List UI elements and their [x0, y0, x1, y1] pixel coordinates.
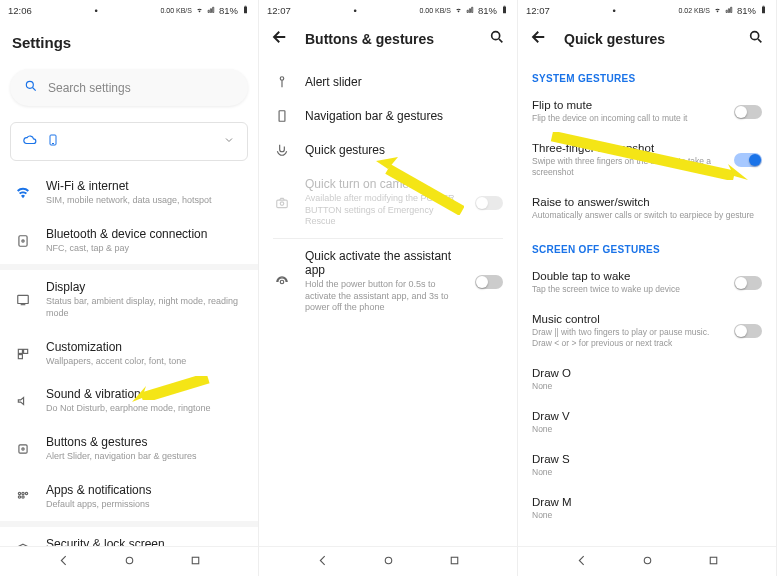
- svg-point-16: [25, 492, 27, 494]
- row-wifi-internet[interactable]: Wi-Fi & internetSIM, mobile network, dat…: [0, 169, 258, 217]
- home-nav-icon[interactable]: [641, 554, 654, 570]
- svg-point-15: [22, 492, 24, 494]
- battery-icon: [241, 5, 250, 16]
- row-title: Music control: [532, 313, 720, 325]
- svg-rect-10: [24, 349, 28, 353]
- bluetooth-icon: [14, 234, 32, 248]
- back-icon[interactable]: [271, 28, 289, 49]
- signal-icon: [725, 5, 734, 16]
- row-sound[interactable]: Sound & vibrationDo Not Disturb, earphon…: [0, 377, 258, 425]
- recent-nav-icon[interactable]: [189, 554, 202, 570]
- battery-pct: 81%: [737, 5, 756, 16]
- row-double-tap-wake[interactable]: Double tap to wakeTap the screen twice t…: [518, 261, 776, 304]
- toggle-double-tap[interactable]: [734, 276, 762, 290]
- header: Buttons & gestures: [259, 20, 517, 59]
- svg-rect-5: [19, 235, 27, 246]
- battery-icon: [500, 5, 509, 16]
- svg-point-24: [492, 32, 500, 40]
- row-assistant[interactable]: Quick activate the assistant appHold the…: [259, 239, 517, 324]
- row-title: Draw O: [532, 367, 762, 379]
- search-settings[interactable]: Search settings: [10, 69, 248, 106]
- apps-icon: [14, 490, 32, 504]
- recent-nav-icon[interactable]: [448, 554, 461, 570]
- svg-rect-37: [710, 557, 717, 564]
- back-nav-icon[interactable]: [575, 554, 588, 570]
- svg-rect-23: [504, 5, 506, 6]
- row-display[interactable]: DisplayStatus bar, ambient display, nigh…: [0, 270, 258, 329]
- row-title: Double tap to wake: [532, 270, 720, 282]
- row-quick-gestures[interactable]: Quick gestures: [259, 133, 517, 167]
- wifi-icon: [713, 5, 722, 16]
- row-sub: Default apps, permissions: [46, 499, 244, 511]
- toggle-music[interactable]: [734, 324, 762, 338]
- page-title: Buttons & gestures: [305, 31, 473, 47]
- quick-gestures-pane: 12:07 • 0.02 KB/S 81% Quick gestures SYS…: [518, 0, 777, 576]
- row-sub: Draw || with two fingers to play or paus…: [532, 327, 720, 349]
- notification-dot-icon: •: [612, 5, 615, 16]
- wifi-icon: [14, 185, 32, 201]
- bg-list: Alert slider Navigation bar & gestures Q…: [259, 59, 517, 546]
- row-flip-mute[interactable]: Flip to muteFlip the device on incoming …: [518, 90, 776, 133]
- row-draw-m[interactable]: Draw MNone: [518, 487, 776, 530]
- search-icon[interactable]: [748, 29, 764, 48]
- status-time: 12:07: [267, 5, 291, 16]
- device-chip[interactable]: [10, 122, 248, 161]
- row-three-finger-screenshot[interactable]: Three-finger screenshotSwipe with three …: [518, 133, 776, 187]
- phone-icon: [273, 109, 291, 123]
- battery-pct: 81%: [219, 5, 238, 16]
- row-bluetooth[interactable]: Bluetooth & device connectionNFC, cast, …: [0, 217, 258, 265]
- svg-point-13: [22, 448, 24, 450]
- svg-point-25: [280, 77, 284, 81]
- row-navbar-gestures[interactable]: Navigation bar & gestures: [259, 99, 517, 133]
- row-sub: None: [532, 510, 762, 521]
- svg-point-17: [18, 495, 20, 497]
- net-speed: 0.02 KB/S: [678, 7, 710, 14]
- home-nav-icon[interactable]: [123, 554, 136, 570]
- sound-icon: [14, 394, 32, 408]
- svg-rect-32: [451, 557, 458, 564]
- row-raise-answer[interactable]: Raise to answer/switchAutomatically answ…: [518, 187, 776, 230]
- back-icon[interactable]: [530, 28, 548, 49]
- row-title: Navigation bar & gestures: [305, 109, 503, 123]
- row-title: Buttons & gestures: [46, 435, 244, 449]
- svg-point-14: [18, 492, 20, 494]
- row-sub: Hold the power button for 0.5s to activa…: [305, 279, 461, 314]
- status-time: 12:06: [8, 5, 32, 16]
- toggle-three-finger[interactable]: [734, 153, 762, 167]
- row-title: Three-finger screenshot: [532, 142, 720, 154]
- row-buttons-gestures[interactable]: Buttons & gesturesAlert Slider, navigati…: [0, 425, 258, 473]
- row-security[interactable]: Security & lock screenFingerprint, Face …: [0, 527, 258, 547]
- toggle-assistant[interactable]: [475, 275, 503, 289]
- toggle-flip-mute[interactable]: [734, 105, 762, 119]
- svg-point-30: [280, 280, 284, 284]
- row-draw-v[interactable]: Draw VNone: [518, 401, 776, 444]
- net-speed: 0.00 KB/S: [160, 7, 192, 14]
- back-nav-icon[interactable]: [316, 554, 329, 570]
- svg-point-31: [385, 557, 392, 564]
- svg-point-35: [751, 32, 759, 40]
- row-alert-slider[interactable]: Alert slider: [259, 65, 517, 99]
- back-nav-icon[interactable]: [57, 554, 70, 570]
- row-customization[interactable]: CustomizationWallpapers, accent color, f…: [0, 330, 258, 378]
- row-sub: Swipe with three fingers on the screen t…: [532, 156, 720, 178]
- svg-rect-9: [18, 349, 22, 353]
- row-music-control[interactable]: Music controlDraw || with two fingers to…: [518, 304, 776, 358]
- recent-nav-icon[interactable]: [707, 554, 720, 570]
- buttons-gestures-pane: 12:07 • 0.00 KB/S 81% Buttons & gestures…: [259, 0, 518, 576]
- svg-point-6: [22, 239, 24, 241]
- row-sub: Status bar, ambient display, night mode,…: [46, 296, 244, 319]
- row-sub: Available after modifying the POWER BUTT…: [305, 193, 461, 228]
- section-screen-off: SCREEN OFF GESTURES: [518, 230, 776, 261]
- battery-icon: [759, 5, 768, 16]
- row-apps-notif[interactable]: Apps & notificationsDefault apps, permis…: [0, 473, 258, 521]
- row-draw-o[interactable]: Draw ONone: [518, 358, 776, 401]
- row-title: Quick gestures: [305, 143, 503, 157]
- row-draw-s[interactable]: Draw SNone: [518, 444, 776, 487]
- toggle-camera: [475, 196, 503, 210]
- slider-icon: [273, 75, 291, 89]
- search-icon[interactable]: [489, 29, 505, 48]
- row-sub: Wallpapers, accent color, font, tone: [46, 356, 244, 368]
- qg-list: SYSTEM GESTURES Flip to muteFlip the dev…: [518, 59, 776, 546]
- search-icon: [24, 79, 38, 96]
- home-nav-icon[interactable]: [382, 554, 395, 570]
